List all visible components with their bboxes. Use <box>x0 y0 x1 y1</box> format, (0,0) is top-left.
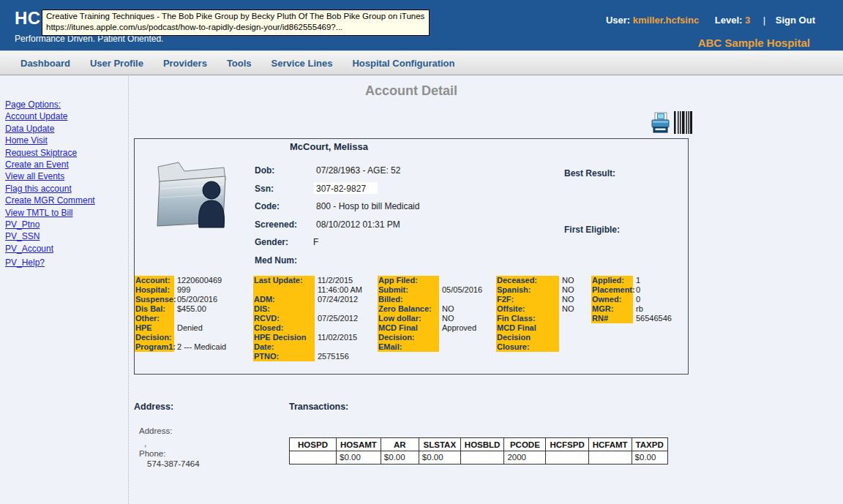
transactions-data-row: $0.00$0.00$0.002000$0.00 <box>290 451 668 464</box>
nav-item[interactable]: User Profile <box>90 58 143 69</box>
barcode-icon[interactable] <box>674 111 692 137</box>
field-label: Date: <box>253 342 315 352</box>
field-label: PTNO: <box>253 352 315 361</box>
field-label: DIS: <box>253 304 315 314</box>
sidebar-link[interactable]: Request Skiptrace <box>5 147 128 159</box>
transactions-cell <box>460 451 504 464</box>
best-result-label: Best Result: <box>564 168 615 178</box>
main-panel: Account Detail <box>130 76 843 504</box>
field-value <box>559 323 590 333</box>
dob-label: Dob: <box>255 165 316 176</box>
transactions-col-header: HCFAMT <box>588 438 632 451</box>
field-value: 999 <box>174 285 255 295</box>
field-label: Owned: <box>591 295 633 304</box>
transactions-col-header: HOSPD <box>290 438 337 451</box>
field-value <box>315 323 378 333</box>
field-label: F2F: <box>496 295 559 304</box>
user-label: User: <box>606 15 630 26</box>
field-value: 2575156 <box>315 352 378 361</box>
field-value: NO <box>439 304 498 314</box>
transactions-cell: $0.00 <box>381 451 419 464</box>
field-label: MGR: <box>591 304 633 314</box>
field-label: Decision: <box>378 333 439 342</box>
printer-icon[interactable] <box>651 112 670 137</box>
field-label: MCD Final <box>496 323 559 333</box>
field-label: EMail: <box>378 342 439 352</box>
address-label: Address: <box>139 426 172 435</box>
hospital-name: ABC Sample Hospital <box>698 37 810 49</box>
nav-item[interactable]: Providers <box>163 58 207 69</box>
sidebar-links: Account UpdateData UpdateHome VisitReque… <box>5 110 128 268</box>
first-eligible-label: First Eligible: <box>564 225 620 235</box>
field-label: Decision <box>496 333 559 342</box>
sign-out-link[interactable]: Sign Out <box>776 15 815 26</box>
field-label: Dis Bal: <box>135 304 174 314</box>
detail-column-ownership: Applied:1Placement:0Owned:0MGR:rbRN#5654… <box>591 276 699 323</box>
content-area: Page Options: Account UpdateData UpdateH… <box>0 76 843 504</box>
transactions-col-header: HOSAMT <box>337 438 381 451</box>
sidebar-link[interactable]: Create MGR Comment <box>5 195 128 206</box>
field-label: Closed: <box>253 323 315 333</box>
field-label: Other: <box>135 314 174 323</box>
phone-value: 574-387-7464 <box>147 459 200 468</box>
field-value: Denied <box>174 323 255 333</box>
field-value: Approved <box>439 323 498 333</box>
field-value: 0 <box>633 295 699 304</box>
field-label <box>253 285 315 295</box>
field-label: Billed: <box>378 295 439 304</box>
sidebar-link[interactable]: View TMTL to Bill <box>5 207 128 219</box>
field-label: RN# <box>591 314 633 323</box>
sidebar-link[interactable]: PV_Account <box>5 243 128 255</box>
separator: | <box>763 15 765 26</box>
sidebar-link[interactable]: Account Update <box>5 110 128 122</box>
gender-value: F <box>313 237 419 247</box>
field-value <box>315 342 378 352</box>
dob-value: 07/28/1963 - AGE: 52 <box>316 165 419 176</box>
nav-item[interactable]: Hospital Configuration <box>352 58 454 69</box>
sidebar-link[interactable]: PV_SSN <box>5 230 128 242</box>
sidebar-link[interactable]: PV_Help? <box>5 257 128 268</box>
field-label: Deceased: <box>496 276 559 285</box>
gender-label: Gender: <box>255 237 316 247</box>
sidebar-link[interactable]: Data Update <box>5 123 128 135</box>
field-label: Placement: <box>591 285 633 295</box>
sidebar-link[interactable]: View all Events <box>5 170 128 182</box>
sidebar-link[interactable]: Flag this account <box>5 183 128 195</box>
sidebar-link[interactable]: PV_Ptno <box>5 219 128 230</box>
field-value: 05/05/2016 <box>439 285 498 295</box>
sidebar-link[interactable]: Create an Event <box>5 159 128 170</box>
field-label: Applied: <box>591 276 633 285</box>
sidebar-title[interactable]: Page Options: <box>5 99 128 110</box>
field-value: NO <box>559 304 590 314</box>
ssn-value: 307-82-9827 <box>314 182 378 194</box>
field-value: 56546546 <box>633 314 699 323</box>
patient-name: McCourt, Melissa <box>290 141 368 152</box>
user-session-bar: User: kmiller.hcfsinc Level: 3 | Sign Ou… <box>606 15 815 26</box>
field-value <box>559 333 590 342</box>
field-value: 11/2/2015 <box>315 276 378 285</box>
field-value: 2 --- Medicaid <box>174 342 255 352</box>
field-label: ADM: <box>253 295 315 304</box>
nav-item[interactable]: Tools <box>227 58 252 69</box>
transactions-col-header: AR <box>381 438 419 451</box>
transactions-section-title: Transactions: <box>289 402 348 412</box>
transactions-cell <box>290 451 337 464</box>
field-label: Submit: <box>378 285 439 295</box>
code-value: 800 - Hosp to bill Medicaid <box>316 201 419 211</box>
transactions-table: HOSPDHOSAMTARSLSTAXHOSBLDPCODEHCFSPDHCFA… <box>289 437 668 464</box>
level-value: 3 <box>745 15 750 26</box>
nav-item[interactable]: Dashboard <box>20 58 70 69</box>
code-label: Code: <box>255 201 316 211</box>
field-label: Fin Class: <box>496 314 559 323</box>
detail-column-flags: Deceased:NOSpanish:NOF2F:NOOffsite:NOFin… <box>496 276 590 352</box>
username: kmiller.hcfsinc <box>633 15 699 26</box>
transactions-col-header: PCODE <box>504 438 546 451</box>
nav-item[interactable]: Service Lines <box>271 58 333 69</box>
field-value: 0 <box>633 285 699 295</box>
sidebar-link[interactable]: Home Visit <box>5 135 128 146</box>
transactions-cell: $0.00 <box>632 451 667 464</box>
account-detail-page: HCFS Performance Driven. Patient Oriente… <box>0 0 843 504</box>
tooltip-url: https://itunes.apple.com/us/podcast/how-… <box>46 22 424 33</box>
field-value <box>315 304 378 314</box>
phone-label: Phone: <box>139 449 165 458</box>
